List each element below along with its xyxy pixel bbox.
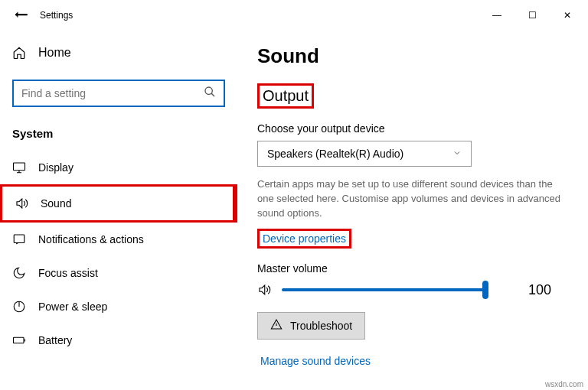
master-volume-label: Master volume bbox=[257, 262, 571, 275]
notifications-icon bbox=[12, 232, 26, 246]
display-icon bbox=[12, 161, 26, 174]
search-icon bbox=[204, 86, 216, 101]
sidebar-item-home[interactable]: Home bbox=[0, 38, 237, 67]
svg-rect-1 bbox=[14, 163, 25, 171]
sidebar-item-sound[interactable]: Sound bbox=[0, 184, 237, 223]
output-device-dropdown[interactable]: Speakers (Realtek(R) Audio) bbox=[257, 141, 472, 167]
power-icon bbox=[12, 300, 26, 314]
sidebar-item-power[interactable]: Power & sleep bbox=[0, 290, 237, 323]
sidebar-item-label: Display bbox=[38, 161, 74, 174]
sidebar-item-label: Sound bbox=[41, 197, 71, 210]
sidebar: Home System Display Sound Notifications … bbox=[0, 31, 237, 390]
sidebar-item-battery[interactable]: Battery bbox=[0, 323, 237, 357]
troubleshoot-button[interactable]: Troubleshoot bbox=[257, 312, 365, 340]
sound-icon bbox=[15, 197, 28, 210]
arrow-left-icon: 🠔 bbox=[15, 8, 28, 24]
sidebar-item-focus-assist[interactable]: Focus assist bbox=[0, 256, 237, 290]
content-pane: Sound Output Choose your output device S… bbox=[237, 31, 588, 390]
output-section-header: Output bbox=[257, 83, 314, 109]
svg-point-0 bbox=[205, 87, 212, 94]
sidebar-item-label: Notifications & actions bbox=[38, 233, 144, 245]
sidebar-item-label: Home bbox=[38, 46, 71, 60]
page-title: Sound bbox=[257, 44, 571, 68]
minimize-icon: — bbox=[492, 10, 501, 21]
dropdown-value: Speakers (Realtek(R) Audio) bbox=[267, 148, 403, 160]
maximize-icon: ☐ bbox=[528, 10, 537, 21]
search-input[interactable] bbox=[12, 80, 225, 107]
sidebar-item-label: Focus assist bbox=[38, 267, 98, 279]
svg-rect-2 bbox=[14, 235, 24, 243]
maximize-button[interactable]: ☐ bbox=[514, 3, 550, 28]
chevron-down-icon bbox=[452, 148, 462, 160]
sidebar-item-label: Power & sleep bbox=[38, 301, 107, 313]
manage-sound-devices-link[interactable]: Manage sound devices bbox=[257, 353, 374, 369]
warning-icon bbox=[270, 318, 283, 333]
choose-device-label: Choose your output device bbox=[257, 122, 571, 135]
volume-value: 100 bbox=[528, 282, 551, 298]
home-icon bbox=[12, 46, 26, 60]
troubleshoot-label: Troubleshoot bbox=[290, 320, 352, 332]
svg-rect-4 bbox=[14, 337, 24, 343]
sidebar-category: System bbox=[0, 122, 237, 151]
sidebar-item-display[interactable]: Display bbox=[0, 151, 237, 184]
speaker-icon[interactable] bbox=[257, 283, 271, 297]
back-button[interactable]: 🠔 bbox=[9, 3, 34, 28]
watermark: wsxdn.com bbox=[545, 380, 583, 388]
search-field[interactable] bbox=[21, 87, 204, 99]
minimize-button[interactable]: — bbox=[479, 3, 514, 28]
device-properties-link[interactable]: Device properties bbox=[257, 229, 351, 249]
output-description: Certain apps may be set up to use differ… bbox=[257, 177, 571, 221]
sidebar-item-label: Battery bbox=[38, 334, 72, 346]
app-title: Settings bbox=[40, 10, 73, 21]
sidebar-item-notifications[interactable]: Notifications & actions bbox=[0, 223, 237, 256]
battery-icon bbox=[12, 333, 26, 347]
close-button[interactable]: ✕ bbox=[550, 3, 585, 28]
slider-thumb[interactable] bbox=[482, 281, 488, 299]
focus-icon bbox=[12, 266, 26, 280]
volume-slider[interactable] bbox=[282, 288, 487, 291]
close-icon: ✕ bbox=[564, 10, 571, 21]
